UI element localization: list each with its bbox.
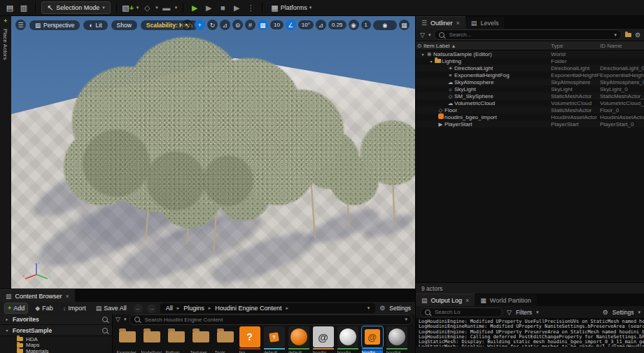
outliner-search-input[interactable] — [447, 31, 611, 39]
table-row[interactable]: ☁ VolumetricCloud VolumetricCloud Volume… — [416, 99, 644, 106]
asset-tile-selected[interactable]: @ houdin_ — [360, 326, 384, 353]
platforms-dropdown[interactable]: ▦ Platforms ▾ — [268, 3, 314, 13]
chevron-down-icon[interactable]: ▾ — [368, 305, 370, 311]
place-actors-sidebar[interactable]: + Place Actors — [0, 16, 12, 289]
table-row[interactable]: ☀ DirectionalLight DirectionalLight Dire… — [416, 64, 644, 71]
surface-snap-button[interactable]: # — [245, 20, 255, 30]
close-icon[interactable]: × — [465, 297, 469, 304]
chevron-down-icon[interactable]: ▾ — [614, 32, 617, 38]
chevron-down-icon[interactable]: ▾ — [155, 5, 158, 11]
add-button[interactable]: + Add — [4, 303, 28, 314]
save-icon[interactable]: ▤ — [4, 2, 15, 13]
expand-arrow-icon[interactable]: ▾ — [428, 59, 434, 64]
column-type[interactable]: Type — [551, 43, 600, 49]
add-actor-button[interactable]: ▧+ — [122, 2, 134, 13]
sidebar-item-materials[interactable]: Materials — [0, 348, 112, 353]
scale-snap-value[interactable]: 0.25 — [328, 20, 346, 29]
chevron-down-icon[interactable]: ▾ — [405, 317, 407, 322]
camera-speed-button[interactable]: ◉ — [349, 20, 359, 30]
chevron-down-icon[interactable]: ▾ — [536, 310, 539, 315]
fab-button[interactable]: ◆ Fab — [32, 303, 55, 313]
gear-icon[interactable]: ⚙ — [603, 309, 608, 316]
asset-search-box[interactable]: ▾ — [130, 314, 412, 325]
expand-arrow-icon[interactable]: ▾ — [4, 328, 10, 333]
tab-output-log[interactable]: ▤ Output Log × — [416, 293, 475, 306]
table-row[interactable]: ☼ SkyLight SkyLight SkyLight_0 — [416, 85, 644, 92]
move-tool-button[interactable]: + — [195, 20, 205, 30]
cinematics-button[interactable]: ▬ — [161, 2, 172, 13]
select-tool-button[interactable]: ↖ — [182, 20, 192, 30]
chevron-down-icon[interactable]: ▾ — [638, 310, 640, 315]
forward-button[interactable]: → — [147, 304, 156, 313]
asset-tile[interactable]: default_ — [287, 326, 310, 353]
log-output-area[interactable]: LogHoudiniEngine: Modified UProperty Use… — [416, 318, 644, 347]
filter-icon[interactable]: ▽ — [420, 32, 425, 39]
scale-tool-button[interactable]: ⊿ — [220, 20, 230, 30]
folder-tile[interactable]: Examples — [115, 326, 139, 353]
browse-content-icon[interactable]: ▥ — [18, 2, 29, 13]
gear-icon[interactable]: ⚙ — [635, 32, 640, 39]
filter-icon[interactable]: ▽ — [507, 309, 512, 316]
viewport-menu-button[interactable]: ☰ — [15, 20, 26, 30]
expand-arrow-icon[interactable]: ▾ — [420, 52, 426, 57]
breadcrumb-plugins[interactable]: Plugins — [183, 305, 204, 312]
search-icon[interactable] — [102, 317, 108, 322]
folder-tile[interactable]: Python — [164, 326, 188, 353]
tab-levels[interactable]: ▤ Levels — [465, 17, 505, 29]
launch-button[interactable]: ▶ — [231, 2, 242, 13]
asset-tile[interactable]: ? big_ — [238, 326, 261, 353]
back-button[interactable]: ← — [134, 304, 143, 313]
level-viewport[interactable]: ☰ ▧ Perspective ◐ Lit Show Scalability: … — [11, 16, 415, 289]
rotation-snap-toggle[interactable]: ∠ — [286, 20, 296, 30]
camera-speed-value[interactable]: 1 — [361, 20, 371, 29]
log-search-box[interactable] — [420, 307, 503, 317]
viewport-layout-button[interactable]: ▦ — [399, 20, 410, 30]
asset-tile[interactable]: ? default_ — [262, 326, 286, 353]
folder-tile[interactable]: Textures — [189, 326, 212, 353]
breadcrumb[interactable]: All ▸ Plugins ▸ Houdini Engine Content ▸… — [160, 303, 375, 313]
breadcrumb-houdini-engine-content[interactable]: Houdini Engine Content — [215, 305, 281, 312]
close-icon[interactable]: × — [456, 20, 460, 27]
column-item-label[interactable]: Item Label ▲ — [424, 43, 551, 49]
forestsample-section[interactable]: ▾ ForestSample — [0, 325, 112, 336]
table-row[interactable]: ◇ SM_SkySphere StaticMeshActor StaticMes… — [416, 92, 644, 99]
outliner-search-box[interactable]: ▾ — [434, 29, 621, 40]
table-row[interactable]: ▾ Lighting Folder — [416, 57, 644, 64]
play-button[interactable]: ▶ — [189, 2, 200, 13]
table-row[interactable]: ◇ Floor StaticMeshActor Floor_0 — [416, 106, 644, 113]
filter-icon[interactable]: ▽ — [115, 316, 120, 323]
chevron-down-icon[interactable]: ▾ — [428, 32, 431, 38]
table-row[interactable]: ▶ PlayerStart PlayerStart PlayerStart_0 — [416, 120, 644, 127]
frame-skip-button[interactable]: ▶ — [203, 2, 214, 13]
asset-tile[interactable]: @ houdin_ — [312, 326, 335, 353]
log-search-input[interactable] — [433, 308, 498, 316]
camera-button[interactable]: ◉ — [373, 20, 397, 30]
save-all-button[interactable]: ▤ Save All — [93, 303, 130, 313]
stop-button[interactable]: ■ — [217, 2, 228, 13]
asset-search-input[interactable] — [143, 316, 402, 324]
selection-mode-dropdown[interactable]: ↖ Selection Mode ▾ — [41, 1, 111, 14]
blueprints-button[interactable]: ◇ — [141, 2, 153, 13]
table-row[interactable]: ≡ ExponentialHeightFog ExponentialHeight… — [416, 71, 644, 78]
rotation-snap-value[interactable]: 10° — [298, 20, 314, 29]
chevron-down-icon[interactable]: ▾ — [136, 5, 139, 11]
asset-tile[interactable]: houdini_ — [385, 326, 408, 353]
cb-settings-dropdown[interactable]: Settings — [389, 305, 411, 312]
lit-dropdown[interactable]: ◐ Lit — [83, 20, 107, 30]
import-button[interactable]: ↓ Import — [60, 303, 89, 313]
gear-icon[interactable]: ⚙ — [379, 305, 385, 312]
folder-tile[interactable]: Tools — [214, 326, 237, 353]
folder-tile[interactable]: NodeSync — [140, 326, 163, 353]
search-icon[interactable] — [102, 328, 108, 333]
log-settings-dropdown[interactable]: Settings — [612, 309, 634, 316]
close-icon[interactable]: × — [66, 293, 69, 300]
tab-content-browser[interactable]: ▥ Content Browser × — [0, 289, 75, 302]
eye-icon[interactable]: ⊙ — [416, 43, 424, 49]
world-space-button[interactable]: ⊚ — [232, 20, 243, 30]
table-row[interactable]: houdini_bgeo_import HoudiniAssetActor Ho… — [416, 113, 644, 120]
tab-outliner[interactable]: ☰ Outliner × — [416, 16, 465, 29]
chevron-down-icon[interactable]: ▾ — [175, 5, 178, 11]
grid-snap-value[interactable]: 10 — [270, 20, 284, 29]
perspective-dropdown[interactable]: ▧ Perspective — [29, 20, 80, 30]
column-id-name[interactable]: ID Name — [600, 43, 644, 49]
